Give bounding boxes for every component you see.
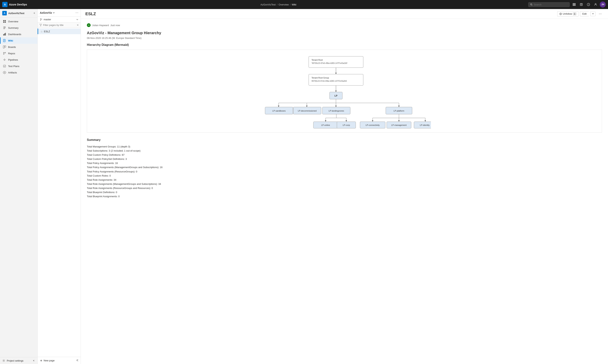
lp-landingzones-label: LP-landingzones [329, 110, 344, 112]
azure-devops-logo[interactable]: A [2, 2, 8, 7]
svg-rect-43 [309, 56, 363, 68]
sidebar-item-label: Wiki [8, 39, 13, 42]
filter-pages-input[interactable] [43, 24, 76, 26]
follow-count: 1 [573, 13, 576, 15]
tenant-root-label: Tenant Root [311, 59, 323, 61]
svg-rect-4 [573, 5, 575, 6]
wiki-main-content: ESLZ Unfollow 1 Edit ⋯ JH Julian Haywar [81, 9, 608, 364]
pipelines-icon [3, 58, 6, 61]
author-name: Julian Hayward [92, 24, 109, 27]
sidebar-item-summary[interactable]: Summary [0, 25, 37, 31]
branch-icon [40, 18, 42, 21]
search-box[interactable] [528, 2, 570, 7]
left-sidebar: A AzGovVizTest + Overview Summary [0, 9, 38, 364]
sidebar-nav: Overview Summary Dashboards Wiki [0, 17, 37, 357]
svg-marker-59 [335, 105, 337, 107]
sidebar-item-repos[interactable]: Repos [0, 50, 37, 56]
sidebar-item-wiki[interactable]: Wiki [0, 37, 37, 44]
svg-marker-70 [346, 120, 347, 122]
lp-identity-label: LP-identity [420, 124, 430, 126]
svg-point-34 [3, 360, 4, 361]
breadcrumb-section[interactable]: Overview [279, 3, 289, 6]
help-icon-btn[interactable]: ? [585, 1, 592, 8]
project-settings-label: Project settings [7, 359, 24, 362]
summary-line: Total Custom PolicySet Definitions: 3 [87, 157, 602, 161]
svg-marker-48 [335, 91, 337, 92]
svg-point-29 [3, 54, 4, 54]
svg-marker-53 [278, 105, 279, 107]
lp-corp-label: LP-corp [343, 124, 350, 126]
diagram-svg: Tenant Root '99700c23-97e6-49be-b083-147… [258, 53, 431, 129]
wiki-page-label: ESLZ [44, 30, 50, 33]
sidebar-item-overview[interactable]: Overview [0, 18, 37, 25]
new-page-btn[interactable]: New page [40, 359, 55, 362]
svg-rect-2 [573, 3, 575, 4]
more-actions-button[interactable]: ⋯ [597, 11, 604, 17]
list-icon-btn[interactable] [571, 1, 577, 8]
edit-dropdown-icon [592, 13, 594, 15]
sidebar-item-label: Test Plans [8, 65, 19, 68]
dashboards-icon [3, 32, 6, 36]
wiki-sidebar-collapse-btn[interactable] [76, 359, 78, 362]
wiki-more-btn[interactable]: ⋯ [75, 11, 78, 14]
home-icon: ⌂ [41, 30, 42, 33]
svg-marker-81 [424, 120, 426, 122]
summary-line: Total Policy Assignments (ManagementGrou… [87, 165, 602, 169]
user-avatar[interactable]: JH [600, 1, 606, 8]
tenant-root-id: '99700c23-97e6-49be-b083-147f7e43a2b5' [311, 62, 348, 64]
svg-rect-26 [5, 46, 6, 47]
svg-rect-3 [573, 4, 575, 5]
summary-line: Total Policy Assignments: 16 [87, 161, 602, 165]
testplans-icon [3, 65, 6, 68]
add-page-icon [40, 359, 42, 362]
svg-point-37 [41, 19, 42, 19]
wiki-title-area: ESLZ [85, 12, 96, 16]
svg-rect-17 [3, 28, 5, 29]
summary-line: Total Management Groups: 11 (depth 3) [87, 145, 602, 149]
edit-caret-button[interactable] [590, 12, 595, 16]
sidebar-item-label: Boards [8, 46, 16, 49]
wiki-page-item-eslz[interactable]: ⌂ ESLZ [38, 28, 81, 34]
repos-icon [3, 52, 6, 55]
wiki-branch-selector[interactable]: master [38, 16, 81, 23]
topbar-icons: ? JH [571, 1, 606, 8]
unfollow-button[interactable]: Unfollow 1 [557, 11, 579, 16]
add-project-btn[interactable]: + [33, 12, 35, 15]
breadcrumb-project[interactable]: AzGovVizTest [261, 3, 276, 6]
sidebar-item-boards[interactable]: Boards [0, 44, 37, 50]
sidebar-item-testplans[interactable]: Test Plans [0, 63, 37, 69]
tenant-root-group-label: Tenant Root Group [311, 77, 329, 79]
summary-line: Total Role Assignments (ResourceGroups a… [87, 186, 602, 190]
search-input[interactable] [534, 3, 567, 6]
user-settings-icon-btn[interactable] [593, 1, 599, 8]
filter-clear-btn[interactable]: ✕ [77, 24, 79, 26]
chevron-down-icon [53, 12, 55, 14]
breadcrumb-sep2: / [290, 3, 291, 6]
sidebar-item-label: Summary [8, 26, 19, 29]
sidebar-item-dashboards[interactable]: Dashboards [0, 31, 37, 37]
summary-title: Summary [87, 138, 602, 142]
summary-line: Total Custom Policy Definitions: 87 [87, 153, 602, 157]
summary-line: Total Role Assignments: 34 [87, 178, 602, 182]
package-icon-btn[interactable] [578, 1, 584, 8]
lp-decommissioned-label: LP-decommissioned [298, 110, 317, 112]
svg-marker-45 [335, 73, 337, 74]
svg-rect-12 [5, 20, 6, 21]
breadcrumb-page: Wiki [292, 3, 297, 6]
wiki-toolbar: ESLZ Unfollow 1 Edit ⋯ [81, 9, 608, 19]
summary-line: Total Blueprint Assignments: 0 [87, 195, 602, 198]
wiki-date: 08-Nov-2020 16:25:46 (W. Europe Standard… [87, 37, 602, 39]
wiki-name-dropdown[interactable]: AzGovViz [40, 11, 55, 14]
wiki-sidebar: AzGovViz ⋯ master ✕ ⌂ ESLZ New page [38, 9, 81, 364]
sidebar-item-label: Overview [8, 20, 18, 23]
author-avatar: JH [87, 23, 91, 27]
tenant-root-group-id: 99700c23-97e6-49be-b083-147f7e43a2b5 [311, 80, 347, 82]
project-name: AzGovVizTest [8, 12, 32, 15]
wiki-author: JH Julian Hayward Just now [87, 23, 602, 27]
sidebar-item-pipelines[interactable]: Pipelines [0, 56, 37, 63]
svg-rect-15 [3, 27, 6, 27]
project-settings-btn[interactable]: Project settings [0, 357, 37, 364]
sidebar-item-artifacts[interactable]: Artifacts [0, 69, 37, 76]
wiki-pages-list: ⌂ ESLZ [38, 28, 81, 357]
edit-button[interactable]: Edit [580, 11, 589, 16]
